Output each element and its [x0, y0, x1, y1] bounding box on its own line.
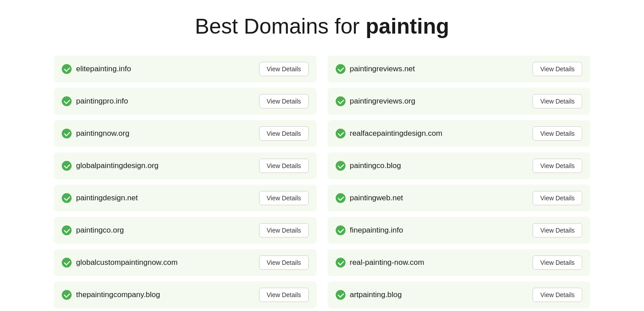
view-details-button[interactable]: View Details	[259, 62, 309, 76]
domain-left: paintingco.org	[62, 225, 124, 235]
view-details-button[interactable]: View Details	[259, 223, 309, 238]
domain-left: paintingreviews.net	[336, 64, 415, 74]
view-details-button[interactable]: View Details	[259, 191, 309, 205]
domain-item: paintingdesign.netView Details	[54, 185, 317, 212]
domain-left: finepainting.info	[336, 225, 403, 235]
domain-left: globalcustompaintingnow.com	[62, 258, 178, 268]
domain-name: paintingpro.info	[76, 97, 128, 106]
domain-item: globalcustompaintingnow.comView Details	[54, 249, 317, 276]
view-details-button[interactable]: View Details	[533, 126, 582, 141]
check-icon	[336, 129, 345, 138]
check-icon	[336, 64, 345, 74]
page-title: Best Domains for painting	[54, 13, 590, 39]
domain-item: paintingreviews.netView Details	[328, 56, 591, 82]
domain-item: artpainting.blogView Details	[328, 281, 591, 308]
check-icon	[62, 290, 72, 300]
domain-left: thepaintingcompany.blog	[62, 290, 160, 300]
domain-left: real-painting-now.com	[336, 258, 424, 268]
view-details-button[interactable]: View Details	[533, 288, 582, 302]
view-details-button[interactable]: View Details	[533, 94, 582, 108]
domain-name: realfacepaintingdesign.com	[350, 129, 443, 138]
domain-name: globalpaintingdesign.org	[76, 161, 158, 170]
check-icon	[336, 290, 345, 300]
domain-name: paintingco.blog	[350, 161, 401, 170]
domain-name: paintingreviews.org	[350, 97, 415, 106]
view-details-button[interactable]: View Details	[533, 223, 582, 238]
domain-item: paintingco.blogView Details	[328, 152, 591, 179]
domain-item: paintingco.orgView Details	[54, 217, 317, 244]
check-icon	[62, 225, 72, 235]
domain-item: elitepainting.infoView Details	[54, 56, 317, 82]
domain-item: real-painting-now.comView Details	[328, 249, 591, 276]
domain-left: paintingnow.org	[62, 129, 129, 138]
check-icon	[336, 193, 345, 203]
domain-left: paintingco.blog	[336, 161, 401, 171]
domain-name: paintingco.org	[76, 226, 124, 235]
domain-item: finepainting.infoView Details	[328, 217, 591, 244]
domain-item: paintingreviews.orgView Details	[328, 88, 591, 115]
check-icon	[62, 96, 72, 106]
domain-item: paintingpro.infoView Details	[54, 88, 317, 115]
view-details-button[interactable]: View Details	[259, 288, 309, 302]
domain-left: paintingweb.net	[336, 193, 403, 203]
view-details-button[interactable]: View Details	[533, 62, 582, 76]
domain-name: elitepainting.info	[76, 65, 131, 73]
domain-name: finepainting.info	[350, 226, 403, 235]
page-container: Best Domains for painting elitepainting.…	[0, 0, 644, 311]
domains-grid: elitepainting.infoView Detailspaintingre…	[54, 56, 590, 308]
domain-left: paintingreviews.org	[336, 96, 415, 106]
view-details-button[interactable]: View Details	[259, 159, 309, 173]
domain-name: paintingnow.org	[76, 129, 129, 138]
domain-item: paintingnow.orgView Details	[54, 120, 317, 147]
title-bold: painting	[366, 14, 449, 38]
domain-item: thepaintingcompany.blogView Details	[54, 281, 317, 308]
view-details-button[interactable]: View Details	[259, 94, 309, 108]
domain-name: paintingreviews.net	[350, 65, 415, 73]
check-icon	[336, 258, 345, 268]
domain-item: paintingweb.netView Details	[328, 185, 591, 212]
domain-item: realfacepaintingdesign.comView Details	[328, 120, 591, 147]
check-icon	[62, 193, 72, 203]
check-icon	[62, 161, 72, 171]
view-details-button[interactable]: View Details	[533, 159, 582, 173]
domain-item: globalpaintingdesign.orgView Details	[54, 152, 317, 179]
domain-left: elitepainting.info	[62, 64, 131, 74]
domain-left: paintingdesign.net	[62, 193, 138, 203]
view-details-button[interactable]: View Details	[259, 255, 309, 270]
view-details-button[interactable]: View Details	[259, 126, 309, 141]
title-normal: Best Domains for	[195, 14, 365, 38]
domain-name: globalcustompaintingnow.com	[76, 258, 178, 267]
domain-name: real-painting-now.com	[350, 258, 424, 267]
check-icon	[336, 161, 345, 171]
view-details-button[interactable]: View Details	[533, 191, 582, 205]
domain-name: paintingdesign.net	[76, 194, 138, 203]
domain-name: artpainting.blog	[350, 290, 402, 299]
domain-left: paintingpro.info	[62, 96, 128, 106]
domain-name: thepaintingcompany.blog	[76, 290, 160, 299]
check-icon	[62, 258, 72, 268]
check-icon	[62, 64, 72, 74]
check-icon	[336, 96, 345, 106]
check-icon	[336, 225, 345, 235]
domain-name: paintingweb.net	[350, 194, 403, 203]
domain-left: realfacepaintingdesign.com	[336, 129, 443, 138]
domain-left: artpainting.blog	[336, 290, 402, 300]
check-icon	[62, 129, 72, 138]
view-details-button[interactable]: View Details	[533, 255, 582, 270]
domain-left: globalpaintingdesign.org	[62, 161, 158, 171]
